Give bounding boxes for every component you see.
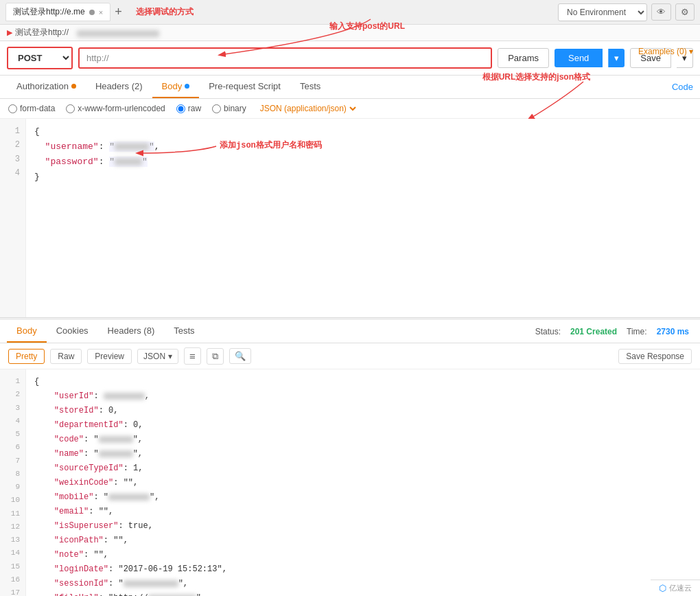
brand-icon: ⬡ xyxy=(659,583,666,593)
response-toolbar: Pretty Raw Preview JSON ▾ ≡ ⧉ 🔍 Save Res… xyxy=(0,343,700,369)
top-bar-right: No Environment 👁 ⚙ xyxy=(558,3,695,21)
add-tab-button[interactable]: + xyxy=(115,5,122,19)
resp-tab-tests[interactable]: Tests xyxy=(164,320,204,343)
eye-icon-button[interactable]: 👁 xyxy=(651,3,671,21)
binary-option[interactable]: binary xyxy=(212,104,246,113)
brand-name: 亿速云 xyxy=(669,583,692,593)
authorization-dot-icon xyxy=(71,84,76,89)
pretty-button[interactable]: Pretty xyxy=(8,349,45,364)
annotation-choose-method: 选择调试的方式 xyxy=(136,7,194,16)
breadcrumb-blurred xyxy=(77,28,159,36)
tab-code[interactable]: Code xyxy=(672,82,693,92)
response-line-numbers: 12345 678910 1112131415 1617 xyxy=(0,369,26,596)
raw-button[interactable]: Raw xyxy=(50,349,82,364)
tab-pre-request[interactable]: Pre-request Script xyxy=(199,76,290,98)
raw-option[interactable]: raw xyxy=(176,104,201,113)
url-bar: POSTGETPUTDELETE Params Send ▾ Save ▾ Ex… xyxy=(0,41,700,76)
json-format-select[interactable]: JSON (application/json)TextJavaScript xyxy=(257,103,358,114)
form-data-option[interactable]: form-data xyxy=(8,104,55,113)
request-line-numbers: 1 2 3 4 xyxy=(0,119,26,317)
time-value: 2730 ms xyxy=(657,327,689,336)
body-options: form-data x-www-form-urlencoded raw bina… xyxy=(0,99,700,119)
code-line-3: "password": "" xyxy=(34,154,692,170)
response-section: Body Cookies Headers (8) Tests Status: 2… xyxy=(0,318,700,596)
environment-select[interactable]: No Environment xyxy=(558,3,647,21)
tab-body[interactable]: Body xyxy=(152,76,200,98)
body-options-container: form-data x-www-form-urlencoded raw bina… xyxy=(0,99,700,119)
app-container: 测试登录http://e.me × + 选择调试的方式 No Environme… xyxy=(0,0,700,596)
tab-dot-icon xyxy=(89,10,95,15)
resp-tab-headers[interactable]: Headers (8) xyxy=(98,320,165,343)
search-button[interactable]: 🔍 xyxy=(229,348,251,364)
tab-tests[interactable]: Tests xyxy=(290,76,330,98)
gear-icon-button[interactable]: ⚙ xyxy=(675,3,695,21)
response-tabs: Body Cookies Headers (8) Tests Status: 2… xyxy=(0,320,700,343)
tab-headers[interactable]: Headers (2) xyxy=(86,76,152,98)
status-value: 201 Created xyxy=(570,327,617,336)
json-type-dropdown[interactable]: JSON ▾ xyxy=(137,349,178,364)
code-line-1: { xyxy=(34,124,692,139)
request-body-editor: 1 2 3 4 { "username": "", "password": ""… xyxy=(0,119,700,318)
send-button[interactable]: Send xyxy=(555,49,603,67)
tab-label: 测试登录http://e.me xyxy=(13,6,85,18)
tab-authorization[interactable]: Authorization xyxy=(7,76,86,98)
breadcrumb-label: 测试登录http:// xyxy=(15,27,69,38)
response-code-editor: 12345 678910 1112131415 1617 { "userId":… xyxy=(0,369,700,596)
json-format-selector[interactable]: JSON (application/json)TextJavaScript xyxy=(257,103,358,114)
params-button[interactable]: Params xyxy=(498,48,549,68)
brand-bar: ⬡ 亿速云 xyxy=(651,580,700,596)
tab-test-login[interactable]: 测试登录http://e.me × xyxy=(5,3,110,21)
resp-tab-body[interactable]: Body xyxy=(7,320,47,343)
examples-link[interactable]: Examples (0) ▾ xyxy=(638,47,693,56)
resp-tab-cookies[interactable]: Cookies xyxy=(47,320,98,343)
response-status-bar: Status: 201 Created Time: 2730 ms xyxy=(535,327,693,336)
wrap-lines-button[interactable]: ≡ xyxy=(184,347,201,365)
annotation-input-url: 输入支持post的URL xyxy=(329,21,405,32)
method-select[interactable]: POSTGETPUTDELETE xyxy=(7,47,73,69)
preview-button[interactable]: Preview xyxy=(87,349,132,364)
tab-close-icon[interactable]: × xyxy=(99,8,103,16)
save-response-button[interactable]: Save Response xyxy=(618,349,692,364)
breadcrumb-arrow-icon: ▶ xyxy=(7,28,12,37)
body-dot-icon xyxy=(185,84,189,89)
chevron-down-icon: ▾ xyxy=(168,352,172,361)
send-dropdown-button[interactable]: ▾ xyxy=(608,49,625,67)
response-code-content: { "userId": , "storeId": 0, "departmentI… xyxy=(26,369,700,596)
request-code-content[interactable]: { "username": "", "password": "" } xyxy=(26,119,700,317)
code-line-4: } xyxy=(34,170,692,185)
copy-button[interactable]: ⧉ xyxy=(207,348,224,365)
url-input[interactable] xyxy=(78,47,492,69)
request-tabs: Authorization Headers (2) Body Pre-reque… xyxy=(0,76,700,99)
code-line-2: "username": "", xyxy=(34,139,692,154)
urlencoded-option[interactable]: x-www-form-urlencoded xyxy=(66,104,165,113)
